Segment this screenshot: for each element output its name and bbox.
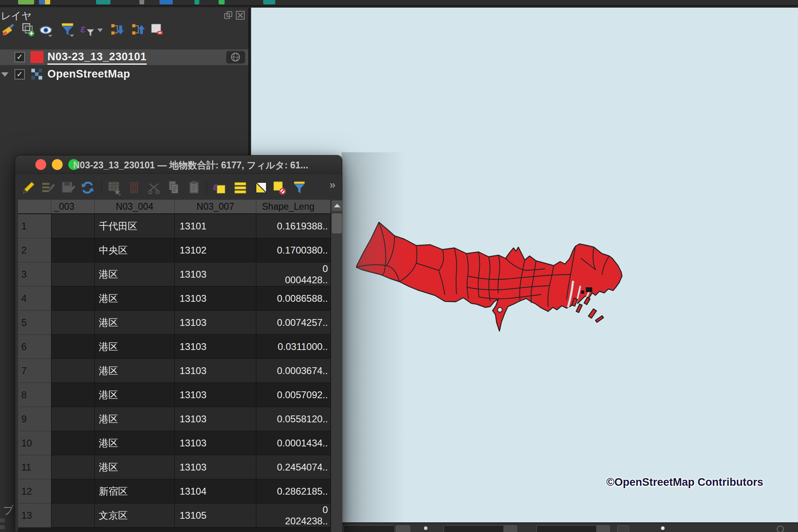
cell-n03-003[interactable] [51, 383, 95, 407]
filter-by-expression-icon[interactable]: ε [80, 22, 104, 37]
toolbar-icon-stub[interactable] [96, 0, 110, 4]
cell-n03-004[interactable]: 中央区 [95, 238, 175, 262]
cell-n03-003[interactable] [51, 407, 95, 431]
cell-n03-003[interactable] [51, 455, 95, 479]
cell-n03-003[interactable] [51, 335, 95, 359]
close-panel-icon[interactable] [235, 10, 245, 20]
cell-n03-004[interactable]: 港区 [95, 262, 175, 286]
cell-shape-leng[interactable]: 0.2862185.. [256, 479, 331, 503]
row-number[interactable]: 1 [18, 214, 51, 238]
layer-crs-badge[interactable]: ? [226, 51, 245, 63]
copy-icon[interactable] [167, 180, 181, 196]
cell-n03-003[interactable] [51, 479, 95, 503]
toggle-editing-icon[interactable] [21, 180, 35, 196]
multiedit-icon[interactable] [41, 180, 55, 196]
close-window-button[interactable] [35, 159, 46, 170]
toolbar-overflow-chevron[interactable]: » [329, 179, 336, 191]
cell-n03-003[interactable] [51, 503, 95, 528]
cell-n03-003[interactable] [51, 262, 95, 286]
cell-n03-007[interactable]: 13102 [175, 238, 256, 262]
select-by-expression-icon[interactable]: ε [212, 180, 227, 196]
cell-n03-007[interactable]: 13105 [175, 503, 256, 528]
cell-shape-leng[interactable]: 0.0003674.. [256, 359, 331, 383]
cell-n03-004[interactable]: 文京区 [95, 503, 175, 528]
open-layer-styling-icon[interactable] [1, 22, 15, 37]
paste-icon[interactable] [187, 180, 201, 196]
filter-table-icon[interactable] [292, 180, 307, 196]
magnifier-dropdown-button[interactable] [596, 525, 610, 532]
browser-panel-tab[interactable]: ブ [3, 503, 14, 517]
cell-shape-leng[interactable]: 0.0001434.. [256, 431, 331, 455]
cell-n03-003[interactable] [51, 359, 95, 383]
cell-n03-004[interactable]: 港区 [95, 335, 175, 359]
cell-shape-leng[interactable]: 0.0057092.. [256, 383, 331, 407]
collapse-all-icon[interactable] [131, 22, 145, 37]
cell-n03-004[interactable]: 港区 [95, 407, 175, 431]
row-number[interactable]: 7 [18, 359, 51, 383]
cell-n03-007[interactable]: 13104 [175, 479, 256, 503]
cell-n03-003[interactable] [51, 214, 95, 238]
row-number[interactable]: 9 [18, 407, 51, 431]
messages-button[interactable] [777, 526, 784, 532]
header-row-number[interactable] [18, 200, 51, 214]
cell-n03-004[interactable]: 港区 [95, 286, 175, 311]
toolbar-icon-stub[interactable] [39, 0, 50, 4]
cell-n03-007[interactable]: 13103 [175, 286, 256, 311]
cut-icon[interactable] [147, 180, 162, 196]
save-edits-icon[interactable] [61, 180, 75, 196]
add-group-icon[interactable] [21, 22, 35, 37]
cell-shape-leng[interactable]: 0.0074257.. [256, 311, 331, 335]
select-all-icon[interactable] [233, 180, 248, 196]
toolbar-icon-stub[interactable] [139, 0, 144, 4]
header-n03-003[interactable]: _003 [51, 200, 95, 214]
cell-n03-004[interactable]: 港区 [95, 455, 175, 479]
scale-dropdown-button[interactable] [503, 525, 517, 532]
minimize-window-button[interactable] [52, 159, 63, 170]
delete-selected-icon[interactable] [127, 180, 141, 196]
cell-n03-004[interactable]: 港区 [95, 359, 175, 383]
cell-n03-007[interactable]: 13103 [175, 455, 256, 479]
scrollbar-thumb[interactable] [332, 213, 342, 233]
cell-n03-003[interactable] [51, 311, 95, 335]
toolbar-icon-stub[interactable] [194, 0, 199, 4]
cell-shape-leng[interactable]: 0.0311000.. [256, 335, 331, 359]
expand-layer-icon[interactable] [1, 72, 8, 77]
layer-item-openstreetmap[interactable]: ✓ OpenStreetMap [0, 67, 248, 82]
toolbar-icon-stub[interactable] [263, 0, 275, 4]
header-n03-004[interactable]: N03_004 [95, 200, 175, 214]
row-number[interactable]: 5 [18, 311, 51, 335]
cell-n03-004[interactable]: 新宿区 [95, 479, 175, 503]
layer-checkbox[interactable]: ✓ [14, 52, 25, 62]
deselect-all-icon[interactable] [272, 180, 286, 196]
filter-legend-icon[interactable] [60, 22, 75, 37]
reload-icon[interactable] [80, 180, 95, 196]
cell-n03-004[interactable]: 千代田区 [95, 214, 175, 238]
row-number[interactable]: 12 [18, 479, 51, 503]
manage-visibility-eye-icon[interactable] [39, 22, 53, 37]
cell-shape-leng[interactable]: 0.2454074.. [256, 455, 331, 479]
cell-n03-004[interactable]: 港区 [95, 383, 175, 407]
cell-shape-leng[interactable]: 00004428.. [256, 262, 331, 286]
row-number[interactable]: 4 [18, 286, 51, 311]
row-number[interactable]: 6 [18, 335, 51, 359]
render-checkbox[interactable] [661, 526, 665, 530]
cell-n03-007[interactable]: 13103 [175, 431, 256, 455]
cell-n03-004[interactable]: 港区 [95, 431, 175, 455]
remove-layer-icon[interactable] [149, 22, 164, 37]
cell-n03-007[interactable]: 13101 [175, 214, 256, 238]
cell-n03-003[interactable] [51, 286, 95, 311]
float-panel-icon[interactable] [223, 10, 233, 20]
layer-color-swatch[interactable] [31, 51, 43, 63]
row-number[interactable]: 11 [18, 455, 51, 479]
cell-n03-003[interactable] [51, 238, 95, 262]
rotation-spinbox[interactable] [617, 525, 629, 532]
cell-n03-007[interactable]: 13103 [175, 311, 256, 335]
coordinate-extent-button[interactable] [396, 525, 410, 532]
coordinate-input[interactable] [344, 525, 395, 532]
row-number[interactable]: 13 [18, 503, 51, 528]
toolbar-icon-stub[interactable] [160, 0, 173, 4]
layer-name[interactable]: OpenStreetMap [47, 68, 130, 80]
cell-n03-003[interactable] [51, 431, 95, 455]
row-number[interactable]: 8 [18, 383, 51, 407]
row-number[interactable]: 2 [18, 238, 51, 262]
